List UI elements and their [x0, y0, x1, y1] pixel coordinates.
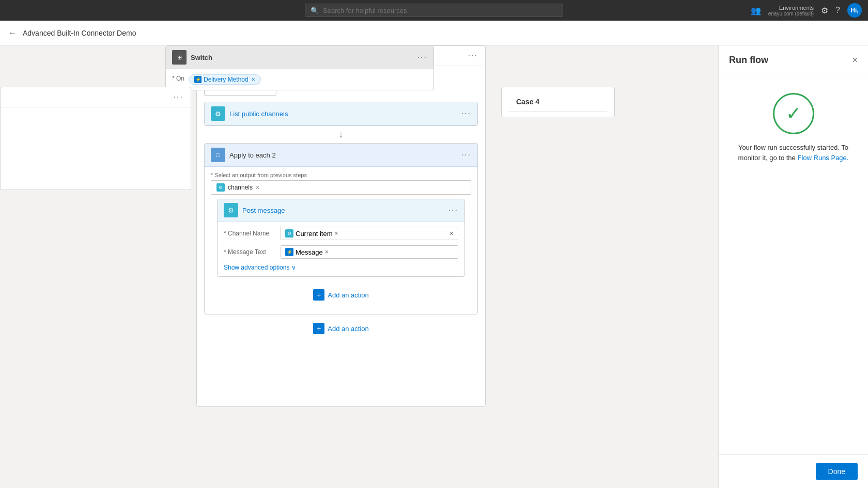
apply-title: Apply to each 2 — [229, 151, 276, 159]
list-channels-dots[interactable]: ··· — [461, 109, 471, 118]
channel-name-value: ⚙ Current item × × — [281, 227, 458, 240]
run-flow-header: Run flow × — [719, 45, 868, 72]
avatar[interactable]: Hi, — [847, 3, 862, 18]
help-icon[interactable]: ? — [835, 6, 840, 15]
case3-card: Case 3 ··· * Equals ⚙ List public channe… — [196, 45, 486, 407]
post-card: ⚙ Post message ··· * Channel Name — [217, 199, 465, 277]
apply-card: □ Apply to each 2 ··· * Select an output… — [204, 143, 478, 314]
delivery-method-tag: ⚡ Delivery Method × — [189, 74, 261, 85]
settings-icon[interactable]: ⚙ — [821, 6, 828, 15]
success-icon: ✓ — [773, 93, 814, 134]
search-input[interactable] — [323, 7, 557, 14]
channel-current-item: ⚙ Current item × — [285, 229, 338, 238]
second-bar: ← Advanced Built-In Connector Demo — [0, 21, 868, 45]
arrow-down: ↓ — [197, 126, 485, 143]
on-label: * On — [172, 75, 184, 82]
left-case-dots[interactable]: ··· — [174, 92, 183, 102]
message-label: * Message Text — [224, 248, 281, 256]
message-chip-text: Message — [296, 248, 323, 256]
tag-icon: ⚡ — [194, 76, 202, 83]
message-chip-remove[interactable]: × — [325, 248, 329, 256]
close-panel-button[interactable]: × — [852, 55, 858, 66]
add-action-icon-2: + — [313, 323, 324, 334]
switch-card: ⊞ Switch ··· * On ⚡ Delivery Method × — [165, 45, 434, 90]
list-channels-card: ⚙ List public channels ··· — [204, 102, 478, 126]
run-flow-panel: Run flow × ✓ Your flow run successfully … — [718, 45, 868, 488]
current-item-text: Current item — [296, 230, 333, 238]
switch-header: ⊞ Switch ··· — [166, 46, 433, 69]
message-chip: ⚡ Message × — [285, 248, 329, 256]
run-flow-footer: Done — [719, 454, 868, 488]
post-title: Post message — [242, 207, 285, 214]
env-name: enayu.com (default) — [768, 11, 814, 17]
switch-on-row: * On ⚡ Delivery Method × — [172, 74, 427, 85]
switch-dots-button[interactable]: ··· — [417, 53, 427, 62]
checkmark-icon: ✓ — [786, 103, 801, 124]
top-bar-right: 👥 Environments enayu.com (default) ⚙ ? H… — [751, 3, 862, 18]
done-button[interactable]: Done — [816, 463, 858, 480]
add-action-icon-1: + — [313, 289, 324, 301]
message-input[interactable]: ⚡ Message × — [281, 245, 458, 259]
list-channels-title: List public channels — [229, 110, 288, 118]
chevron-down-icon: ∨ — [291, 264, 296, 271]
apply-body: * Select an output from previous steps ⚙… — [205, 167, 477, 314]
current-item-remove[interactable]: × — [335, 230, 338, 237]
show-advanced-button[interactable]: Show advanced options ∨ — [224, 264, 458, 271]
flow-title: Advanced Built-In Connector Demo — [23, 29, 136, 37]
apply-header-left: □ Apply to each 2 — [211, 148, 276, 162]
search-icon: 🔍 — [311, 7, 319, 14]
switch-icon: ⊞ — [172, 50, 187, 65]
channels-chip-remove[interactable]: × — [256, 184, 259, 191]
run-flow-title: Run flow — [729, 55, 768, 66]
apply-header: □ Apply to each 2 ··· — [205, 144, 477, 167]
add-action-bottom[interactable]: + Add an action — [197, 314, 485, 342]
message-value: ⚡ Message × — [281, 245, 458, 259]
channel-name-input[interactable]: ⚙ Current item × × — [281, 227, 458, 240]
channels-chip-input[interactable]: ⚙ channels × — [211, 180, 471, 195]
channel-name-label: * Channel Name — [224, 230, 281, 237]
apply-dots[interactable]: ··· — [461, 150, 471, 160]
channel-name-clear[interactable]: × — [450, 229, 454, 238]
list-channels-header: ⚙ List public channels ··· — [205, 102, 477, 125]
case4-stub: Case 4 — [501, 87, 615, 117]
add-action-label-1: Add an action — [328, 291, 369, 299]
post-dots[interactable]: ··· — [448, 206, 458, 215]
channel-name-row: * Channel Name ⚙ Current item — [224, 227, 458, 240]
switch-header-left: ⊞ Switch — [172, 50, 212, 65]
add-action-label-2: Add an action — [328, 325, 369, 333]
tag-remove-button[interactable]: × — [252, 76, 255, 83]
back-button[interactable]: ← — [8, 28, 17, 38]
current-item-icon: ⚙ — [285, 229, 293, 238]
channels-chip-text: channels — [228, 184, 253, 191]
post-icon: ⚙ — [224, 203, 238, 217]
case4-title: Case 4 — [516, 98, 539, 106]
switch-title: Switch — [191, 54, 212, 61]
channels-chip-icon: ⚙ — [216, 183, 225, 192]
list-channels-left: ⚙ List public channels — [211, 106, 288, 121]
tag-label: Delivery Method — [204, 76, 249, 83]
post-header-left: ⚙ Post message — [224, 203, 285, 217]
avatar-text: Hi, — [850, 7, 858, 14]
select-label: * Select an output from previous steps — [211, 172, 471, 178]
canvas: ⊞ Switch ··· * On ⚡ Delivery Method × — [0, 45, 718, 488]
switch-body: * On ⚡ Delivery Method × — [166, 69, 433, 90]
success-message: Your flow run successfully started. To m… — [729, 143, 858, 163]
env-label: Environments — [779, 5, 814, 11]
run-flow-body: ✓ Your flow run successfully started. To… — [719, 72, 868, 454]
people-icon[interactable]: 👥 — [751, 6, 761, 15]
top-bar: 🔍 👥 Environments enayu.com (default) ⚙ ?… — [0, 0, 868, 21]
case3-dots[interactable]: ··· — [468, 51, 478, 60]
add-action-inside-apply[interactable]: + Add an action — [211, 281, 471, 309]
main-content: ⊞ Switch ··· * On ⚡ Delivery Method × — [0, 45, 868, 488]
search-area: 🔍 — [305, 4, 563, 17]
list-channels-icon: ⚙ — [211, 106, 225, 121]
search-box[interactable]: 🔍 — [305, 4, 563, 17]
case4-header: Case 4 — [509, 92, 607, 112]
show-advanced-label: Show advanced options — [224, 264, 289, 271]
flow-runs-link[interactable]: Flow Runs Page. — [797, 154, 848, 162]
post-body: * Channel Name ⚙ Current item — [218, 222, 464, 276]
post-header: ⚙ Post message ··· — [218, 199, 464, 222]
env-info: Environments enayu.com (default) — [768, 5, 814, 17]
left-case-header: ··· — [1, 87, 191, 107]
left-case-card: ··· — [0, 87, 191, 190]
